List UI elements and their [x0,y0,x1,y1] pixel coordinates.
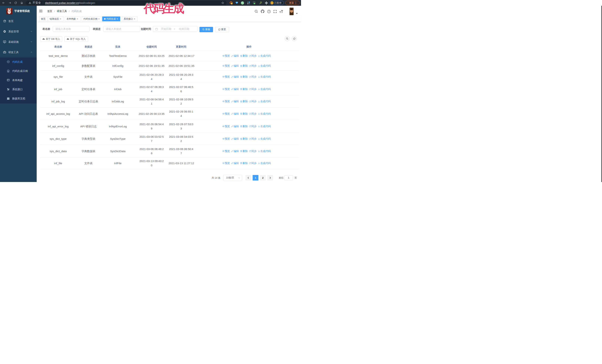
svg-text:on: on [254,3,255,4]
